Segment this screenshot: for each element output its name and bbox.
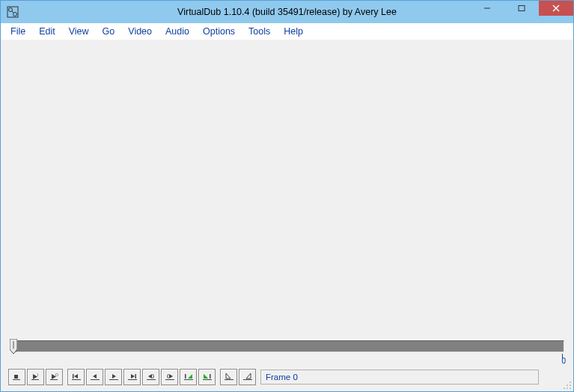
svg-point-2: [13, 13, 17, 16]
step-back-button[interactable]: [86, 369, 103, 385]
menu-tools[interactable]: Tools: [242, 25, 277, 38]
timeline[interactable]: [10, 337, 564, 355]
timeline-ticks: 0: [10, 355, 564, 366]
svg-marker-24: [112, 374, 116, 379]
svg-point-46: [564, 388, 565, 389]
svg-rect-32: [184, 379, 193, 380]
video-pane: [1, 40, 573, 337]
svg-marker-29: [148, 374, 152, 379]
svg-point-43: [570, 382, 571, 383]
svg-rect-5: [519, 6, 525, 11]
svg-rect-10: [13, 379, 20, 380]
app-icon: [7, 6, 19, 18]
svg-rect-30: [165, 379, 174, 380]
app-window: VirtualDub 1.10.4 (build 35491/release) …: [0, 0, 574, 392]
svg-point-47: [567, 388, 568, 389]
window-controls: [470, 1, 573, 23]
stop-button[interactable]: [8, 369, 25, 385]
svg-marker-20: [74, 374, 78, 379]
svg-rect-12: [31, 379, 39, 380]
svg-point-44: [567, 385, 568, 386]
mark-out-button[interactable]: [239, 369, 256, 385]
menu-view[interactable]: View: [62, 25, 96, 38]
menubar: File Edit View Go Video Audio Options To…: [1, 23, 573, 40]
svg-rect-28: [147, 379, 156, 380]
step-forward-button[interactable]: [105, 369, 122, 385]
menu-audio[interactable]: Audio: [159, 25, 196, 38]
svg-marker-22: [93, 374, 97, 379]
mark-group: [220, 369, 256, 385]
menu-options[interactable]: Options: [196, 25, 242, 38]
titlebar[interactable]: VirtualDub 1.10.4 (build 35491/release) …: [1, 1, 573, 23]
resize-grip-icon[interactable]: [563, 381, 572, 390]
svg-marker-26: [131, 374, 135, 379]
svg-rect-27: [135, 374, 136, 379]
close-button[interactable]: [539, 1, 573, 16]
maximize-button[interactable]: [504, 1, 539, 16]
minimize-button[interactable]: [470, 1, 504, 16]
tick-end-label: 0: [561, 357, 566, 365]
svg-line-3: [12, 11, 13, 13]
svg-rect-41: [243, 379, 252, 380]
play-output-button[interactable]: O: [46, 369, 63, 385]
svg-rect-23: [109, 379, 118, 380]
transport-toolbar: I O: [1, 366, 573, 391]
svg-point-45: [570, 385, 571, 386]
frame-indicator: Frame 0: [260, 370, 539, 385]
menu-file[interactable]: File: [4, 25, 32, 38]
svg-point-1: [9, 8, 13, 12]
go-start-button[interactable]: [67, 369, 85, 385]
menu-edit[interactable]: Edit: [32, 25, 62, 38]
menu-video[interactable]: Video: [121, 25, 159, 38]
svg-rect-34: [185, 374, 186, 379]
svg-rect-21: [91, 379, 100, 380]
svg-rect-39: [225, 379, 233, 380]
play-input-button[interactable]: I: [27, 369, 44, 385]
svg-rect-19: [73, 374, 74, 379]
menu-help[interactable]: Help: [277, 25, 310, 38]
timeline-zone: 0: [1, 337, 573, 366]
svg-marker-33: [188, 374, 192, 379]
mark-in-button[interactable]: [220, 369, 237, 385]
svg-marker-40: [226, 373, 230, 379]
playhead[interactable]: [10, 339, 17, 354]
svg-marker-37: [204, 374, 208, 379]
menu-go[interactable]: Go: [96, 25, 122, 38]
next-keyframe-button[interactable]: [161, 369, 178, 385]
svg-marker-42: [246, 373, 251, 379]
svg-text:O: O: [55, 373, 58, 377]
frame-label: Frame 0: [266, 373, 298, 382]
svg-rect-35: [203, 379, 212, 380]
svg-text:I: I: [37, 373, 38, 377]
svg-point-48: [570, 388, 571, 389]
timeline-track[interactable]: [16, 340, 564, 352]
prev-keyframe-button[interactable]: [142, 369, 159, 385]
next-drop-button[interactable]: [198, 369, 216, 385]
svg-rect-11: [14, 375, 18, 379]
svg-rect-18: [72, 379, 81, 380]
prev-drop-button[interactable]: [180, 369, 197, 385]
play-group: I O: [8, 369, 63, 385]
svg-rect-15: [50, 379, 58, 380]
svg-marker-31: [169, 374, 173, 379]
go-end-button[interactable]: [123, 369, 141, 385]
svg-rect-25: [128, 379, 137, 380]
step-group: [67, 369, 216, 385]
svg-rect-38: [210, 374, 211, 379]
